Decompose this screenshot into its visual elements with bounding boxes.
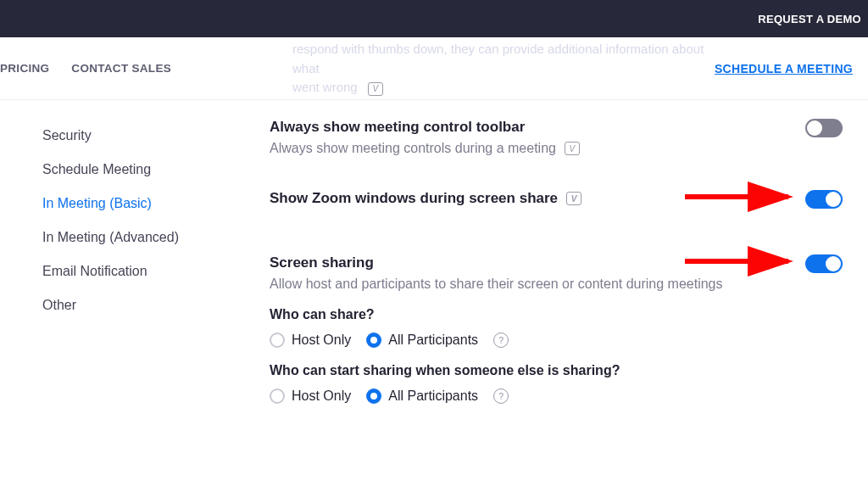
version-icon: V: [368, 82, 383, 96]
help-icon[interactable]: ?: [493, 333, 509, 348]
sidenav-item-schedule-meeting[interactable]: Schedule Meeting: [42, 153, 220, 187]
settings-main: Always show meeting control toolbar Alwa…: [220, 119, 868, 438]
version-icon: V: [566, 192, 581, 205]
nav-contact-sales[interactable]: CONTACT SALES: [71, 62, 171, 75]
sidenav-item-security[interactable]: Security: [42, 119, 220, 153]
schedule-meeting-link[interactable]: SCHEDULE A MEETING: [715, 62, 853, 75]
setting-desc: Always show meeting controls during a me…: [270, 141, 749, 156]
version-icon: V: [565, 142, 580, 155]
who-can-start-sharing-label: Who can start sharing when someone else …: [270, 363, 749, 378]
sidenav-item-in-meeting-basic[interactable]: In Meeting (Basic): [42, 187, 220, 221]
setting-desc: Allow host and participants to share the…: [270, 277, 749, 292]
radio-icon: [270, 333, 285, 348]
request-demo-link[interactable]: REQUEST A DEMO: [758, 13, 868, 25]
settings-sidenav: Security Schedule Meeting In Meeting (Ba…: [0, 119, 220, 438]
radio-icon: [270, 388, 285, 404]
setting-always-toolbar: Always show meeting control toolbar Alwa…: [270, 119, 843, 156]
radio-all-participants[interactable]: All Participants: [366, 333, 478, 348]
help-icon[interactable]: ?: [493, 388, 509, 404]
radio-icon: [366, 388, 381, 404]
faded-previous-setting-text: respond with thumbs down, they can provi…: [292, 37, 733, 100]
sidenav-item-email-notification[interactable]: Email Notification: [42, 254, 220, 288]
who-can-share-options: Host Only All Participants ?: [270, 333, 749, 348]
who-can-share-label: Who can share?: [270, 307, 749, 322]
toggle-always-toolbar[interactable]: [805, 119, 843, 137]
top-banner: REQUEST A DEMO: [0, 0, 868, 37]
sidenav-item-other[interactable]: Other: [42, 288, 220, 322]
secondary-nav: PRICING CONTACT SALES respond with thumb…: [0, 37, 868, 100]
radio-all-participants[interactable]: All Participants: [366, 388, 478, 404]
who-can-start-sharing-options: Host Only All Participants ?: [270, 388, 749, 404]
toggle-screen-sharing[interactable]: [805, 254, 843, 273]
sidenav-item-in-meeting-advanced[interactable]: In Meeting (Advanced): [42, 221, 220, 254]
toggle-show-zoom-windows[interactable]: [805, 190, 843, 209]
nav-pricing[interactable]: PRICING: [0, 62, 49, 75]
radio-host-only[interactable]: Host Only: [270, 333, 351, 348]
setting-title: Show Zoom windows during screen share V: [270, 190, 749, 207]
setting-show-zoom-windows: Show Zoom windows during screen share V: [270, 190, 843, 207]
setting-title: Screen sharing: [270, 254, 749, 271]
setting-screen-sharing: Screen sharing Allow host and participan…: [270, 254, 843, 404]
radio-icon: [366, 333, 381, 348]
setting-title: Always show meeting control toolbar: [270, 119, 749, 136]
radio-host-only[interactable]: Host Only: [270, 388, 351, 404]
